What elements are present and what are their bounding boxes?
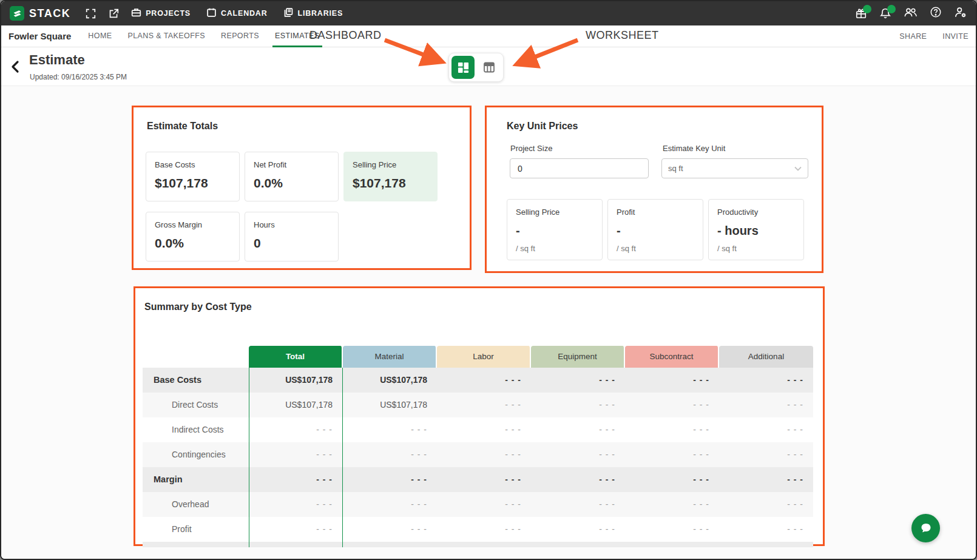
worksheet-table-icon[interactable] xyxy=(478,56,501,79)
help-icon[interactable] xyxy=(930,6,942,21)
chevron-down-icon xyxy=(794,164,802,173)
estimate-totals-tiles: Base Costs $107,178 Net Profit 0.0% Sell… xyxy=(146,152,438,261)
gift-icon[interactable] xyxy=(855,7,867,19)
table-row-overhead: Overhead - - - - - - - - - - - - - - - -… xyxy=(143,492,813,517)
key-unit-tiles: Selling Price - / sq ft Profit - / sq ft… xyxy=(507,199,804,260)
fullscreen-icon[interactable] xyxy=(81,4,100,22)
table-row-base-costs: Base Costs US$107,178 US$107,178 - - - -… xyxy=(143,368,813,393)
nav-calendar[interactable]: CALENDAR xyxy=(206,7,268,19)
tile-selling-price: Selling Price $107,178 xyxy=(343,152,438,201)
project-nav-bar: Fowler Square HOME PLANS & TAKEOFFS REPO… xyxy=(1,25,976,47)
table-row-profit: Profit - - - - - - - - - - - - - - - - -… xyxy=(143,517,813,542)
tile-base-costs: Base Costs $107,178 xyxy=(146,152,240,201)
dashboard-grid-icon[interactable] xyxy=(451,56,475,79)
chat-bubble-icon[interactable] xyxy=(911,514,940,542)
col-header-material: Material xyxy=(343,346,437,368)
page-header: Estimate Updated: 09/16/2025 3:45 PM xyxy=(1,47,976,86)
calendar-icon xyxy=(206,7,217,19)
tab-home[interactable]: HOME xyxy=(88,25,112,47)
bell-badge xyxy=(887,5,896,13)
invite-button[interactable]: INVITE xyxy=(942,32,969,41)
stack-logo-text: STACK xyxy=(29,7,70,20)
tile-productivity: Productivity - hours / sq ft xyxy=(708,199,804,260)
library-icon xyxy=(283,7,294,19)
key-unit-prices-title: Key Unit Prices xyxy=(507,121,578,132)
tile-selling-price-per-unit: Selling Price - / sq ft xyxy=(507,199,603,260)
estimate-key-unit-select[interactable]: sq ft xyxy=(661,158,808,178)
summary-title: Summary by Cost Type xyxy=(144,302,252,312)
estimate-key-unit-label: Estimate Key Unit xyxy=(663,144,725,153)
table-row-indirect-costs: Indirect Costs - - - - - - - - - - - - -… xyxy=(143,417,813,442)
project-size-input[interactable] xyxy=(510,158,649,178)
updated-timestamp: Updated: 09/16/2025 3:45 PM xyxy=(30,73,127,81)
table-row-cutoff xyxy=(143,542,813,547)
col-header-total: Total xyxy=(249,346,343,368)
tab-plans-takeoffs[interactable]: PLANS & TAKEOFFS xyxy=(127,25,205,47)
col-header-labor: Labor xyxy=(437,346,531,368)
app-window: STACK PROJECTS CALENDAR LIBRARIES xyxy=(0,0,977,560)
share-button[interactable]: SHARE xyxy=(899,32,927,41)
tile-gross-margin: Gross Margin 0.0% xyxy=(146,212,240,261)
col-header-additional: Additional xyxy=(719,346,813,368)
briefcase-icon xyxy=(131,7,141,19)
table-row-contingencies: Contingencies - - - - - - - - - - - - - … xyxy=(143,442,813,467)
nav-libraries[interactable]: LIBRARIES xyxy=(283,7,343,19)
project-size-label: Project Size xyxy=(510,144,552,153)
table-row-margin: Margin - - - - - - - - - - - - - - - - -… xyxy=(143,467,813,492)
table-row-direct-costs: Direct Costs US$107,178 US$107,178 - - -… xyxy=(143,393,813,417)
summary-by-cost-type-card: Summary by Cost Type Total Material Labo… xyxy=(134,286,825,546)
col-header-subcontract: Subcontract xyxy=(625,346,719,368)
estimate-totals-title: Estimate Totals xyxy=(147,121,218,132)
tab-estimates[interactable]: ESTIMATES xyxy=(275,25,320,47)
tile-net-profit: Net Profit 0.0% xyxy=(245,152,339,201)
gift-badge xyxy=(863,5,871,13)
col-header-equipment: Equipment xyxy=(531,346,625,368)
bell-icon[interactable] xyxy=(879,7,891,19)
top-nav-bar: STACK PROJECTS CALENDAR LIBRARIES xyxy=(1,1,976,25)
page-title: Estimate xyxy=(29,52,85,68)
table-header-row: Total Material Labor Equipment Subcontra… xyxy=(143,346,813,368)
tile-hours: Hours 0 xyxy=(245,212,339,261)
stack-logo-icon xyxy=(10,6,24,21)
dashboard-content: Estimate Totals Base Costs $107,178 Net … xyxy=(1,86,976,560)
estimate-totals-card: Estimate Totals Base Costs $107,178 Net … xyxy=(132,106,472,270)
external-link-icon[interactable] xyxy=(104,4,123,22)
account-settings-icon[interactable] xyxy=(954,6,967,21)
stack-logo[interactable]: STACK xyxy=(10,6,70,21)
key-unit-prices-card: Key Unit Prices Project Size Estimate Ke… xyxy=(485,106,823,273)
cost-type-table: Total Material Labor Equipment Subcontra… xyxy=(143,346,813,547)
nav-projects[interactable]: PROJECTS xyxy=(131,7,191,19)
back-button[interactable] xyxy=(10,59,22,76)
tab-reports[interactable]: REPORTS xyxy=(221,25,259,47)
tile-profit-per-unit: Profit - / sq ft xyxy=(607,199,703,260)
users-icon[interactable] xyxy=(904,6,918,21)
view-toggle xyxy=(448,53,504,82)
project-name: Fowler Square xyxy=(8,31,71,41)
